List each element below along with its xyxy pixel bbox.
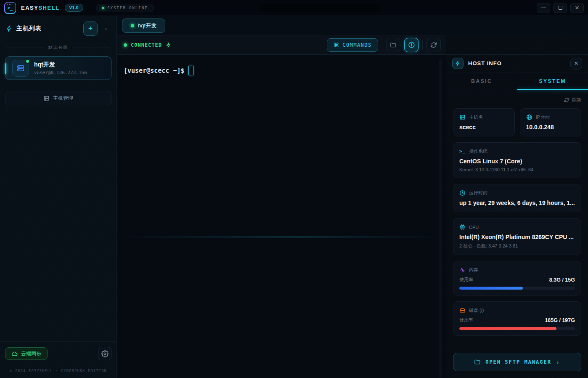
maximize-button[interactable]: [554, 3, 567, 13]
kernel-detail: Kernel: 3.10.0-1160.11.1.el7.x86_64: [459, 167, 575, 172]
folder-icon: [474, 359, 481, 365]
bolt-icon: [6, 25, 13, 32]
terminal-tab-bar: hqt开发: [117, 16, 588, 35]
add-host-button[interactable]: +: [83, 21, 98, 36]
close-icon: ✕: [575, 5, 580, 11]
minimize-button[interactable]: [537, 3, 550, 13]
memory-card: 内存 使用率 8.3G / 15G: [453, 261, 581, 295]
memory-progress-fill: [459, 287, 523, 290]
reconnect-button[interactable]: [426, 38, 441, 52]
open-sftp-button[interactable]: OPEN SFTP MANAGER ›: [453, 353, 581, 371]
title-bar: >_ EASYSHELL V1.0 SYSTEM ONLINE ✕: [0, 0, 588, 16]
hostname-value: scecc: [459, 124, 509, 130]
uptime-value: up 1 year, 29 weeks, 6 days, 19 hours, 1…: [459, 200, 575, 206]
server-icon: [12, 60, 29, 77]
chevron-right-icon: ›: [556, 359, 560, 365]
app-logo: >_: [4, 2, 16, 14]
terminal-screen[interactable]: [vuser@scecc ~]$: [117, 55, 446, 378]
tab-label: hqt开发: [138, 22, 156, 29]
terminal-prompt: [vuser@scecc ~]$: [124, 67, 185, 75]
cloud-sync-label: 云端同步: [21, 350, 41, 357]
gear-icon: [101, 350, 109, 357]
online-dot-icon: [102, 7, 104, 9]
host-name: hqt开发: [34, 61, 87, 69]
sidebar-title: 主机列表: [16, 25, 42, 32]
os-value: CentOS Linux 7 (Core): [459, 158, 575, 165]
host-info-title: HOST INFO: [468, 60, 502, 67]
terminal-logo-icon: >_: [8, 5, 13, 10]
info-icon: [408, 41, 415, 48]
window-controls: ✕: [537, 3, 584, 13]
host-info-tabs: BASIC SYSTEM: [446, 72, 588, 90]
clock-icon: [459, 190, 466, 196]
refresh-label: 刷新: [572, 97, 581, 103]
app-window: >_ EASYSHELL V1.0 SYSTEM ONLINE ✕ 主机列表 +…: [0, 0, 588, 378]
copyright-footer: © 2024 EASYSHELL · CYBERPUNK EDITION: [0, 363, 117, 378]
cpu-card: CPU Intel(R) Xeon(R) Platinum 8269CY CPU…: [453, 218, 581, 255]
close-button[interactable]: ✕: [570, 3, 584, 13]
scanline-effect: [117, 237, 446, 237]
disk-progress-track: [459, 327, 575, 330]
uptime-label: 运行时间: [469, 190, 487, 196]
cpu-label: CPU: [469, 225, 479, 230]
cpu-icon: [459, 224, 466, 230]
cloud-sync-button[interactable]: 云端同步: [5, 347, 48, 360]
connection-status: CONNECTED: [124, 42, 172, 48]
hostname-label: 主机名: [469, 114, 483, 120]
os-card: >_ 操作系统 CentOS Linux 7 (Core) Kernel: 3.…: [453, 142, 581, 178]
host-info-button[interactable]: [404, 38, 418, 52]
cpu-value: Intel(R) Xeon(R) Platinum 8269CY CPU ...: [459, 234, 575, 240]
memory-progress-track: [459, 287, 575, 290]
refresh-icon: [564, 97, 569, 103]
sftp-folder-button[interactable]: [386, 38, 400, 52]
disk-usage-label: 使用率: [459, 317, 473, 323]
command-key-icon: ⌘: [333, 42, 339, 48]
host-manage-button[interactable]: 主机管理: [5, 91, 111, 105]
folder-icon: [390, 42, 397, 48]
hostname-card: 主机名 scecc: [453, 108, 515, 136]
connected-dot-icon: [124, 43, 127, 47]
host-address: vuser@8.136.223.156: [34, 70, 87, 75]
disk-card: 磁盘 (/) 使用率 165G / 197G: [453, 301, 581, 336]
refresh-info-button[interactable]: 刷新: [453, 95, 581, 108]
minimize-icon: [541, 8, 546, 8]
globe-icon: [526, 114, 532, 120]
brand-title: EASYSHELL: [21, 5, 60, 11]
memory-usage-label: 使用率: [459, 277, 473, 283]
toolbar-divider: [422, 40, 423, 50]
active-indicator: [5, 63, 6, 74]
cloud-icon: [11, 351, 18, 357]
close-panel-button[interactable]: ✕: [570, 58, 582, 69]
activity-icon: [459, 267, 466, 273]
terminal-tab[interactable]: hqt开发: [122, 19, 165, 33]
ip-card: IP 地址 10.0.0.248: [520, 108, 582, 136]
os-label: 操作系统: [469, 148, 487, 154]
tab-system[interactable]: SYSTEM: [517, 72, 588, 90]
titlebar-drag-region[interactable]: [260, 4, 381, 12]
terminal-scrollbar[interactable]: [439, 59, 442, 378]
commands-button[interactable]: ⌘ COMMANDS: [327, 38, 378, 52]
tab-basic[interactable]: BASIC: [446, 72, 517, 90]
tab-connected-dot: [131, 24, 134, 27]
disk-label: 磁盘 (/): [469, 307, 484, 314]
group-header: 默认分组: [0, 41, 117, 55]
memory-label: 内存: [469, 267, 478, 273]
collapse-sidebar-button[interactable]: ‹: [101, 21, 111, 36]
terminal-prompt-icon: >_: [459, 149, 466, 154]
memory-usage-value: 8.3G / 15G: [549, 277, 575, 283]
settings-button[interactable]: [98, 347, 111, 360]
terminal-cursor: [188, 66, 193, 75]
maximize-icon: [559, 6, 562, 10]
bolt-icon: [452, 58, 464, 69]
bolt-icon: [166, 42, 172, 48]
server-icon: [459, 114, 466, 120]
version-badge: V1.0: [65, 4, 84, 12]
server-icon: [43, 95, 50, 101]
host-info-panel: HOST INFO ✕ BASIC SYSTEM 刷新: [446, 35, 588, 378]
terminal-toolbar: CONNECTED ⌘ COMMANDS: [117, 35, 446, 55]
host-list-item[interactable]: hqt开发 vuser@8.136.223.156: [5, 56, 111, 80]
ip-value: 10.0.0.248: [526, 124, 575, 130]
refresh-icon: [430, 42, 437, 48]
logo-traffic-dots: [7, 4, 11, 5]
sidebar-host-list: 主机列表 + ‹ 默认分组 hqt开发 vuser@8.136.223.156: [0, 16, 117, 378]
